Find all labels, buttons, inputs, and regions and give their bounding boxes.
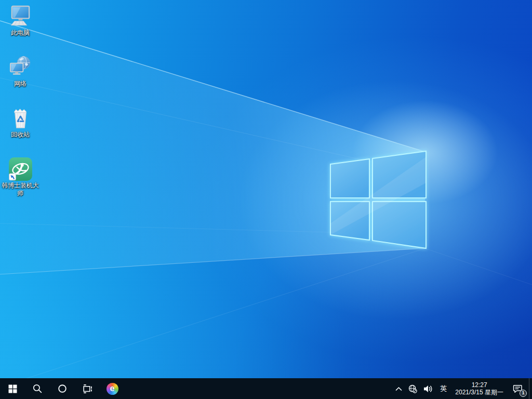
windows-logo-icon — [8, 384, 17, 393]
edge-letter: e — [110, 384, 115, 393]
system-tray: 英 12:27 2021/3/15 星期一 1 — [392, 378, 532, 399]
edge-browser-icon: e — [107, 383, 118, 395]
clock-date: 2021/3/15 星期一 — [455, 389, 503, 396]
clock[interactable]: 12:27 2021/3/15 星期一 — [451, 378, 508, 399]
task-view-button[interactable] — [75, 378, 100, 399]
volume-button[interactable] — [420, 378, 436, 399]
wallpaper-light-rays-and-windows-logo — [0, 0, 532, 399]
icon-label: 此电脑 — [11, 29, 30, 37]
edge-button[interactable]: e — [100, 378, 125, 399]
desktop: 此电脑 — [0, 0, 532, 399]
network-status-button[interactable] — [405, 378, 420, 399]
search-icon — [33, 384, 42, 393]
cortana-button[interactable] — [50, 378, 75, 399]
desktop-icon-this-pc[interactable]: 此电脑 — [1, 4, 40, 55]
recycle-bin-icon — [8, 106, 33, 130]
desktop-icon-recycle-bin[interactable]: 回收站 — [1, 106, 40, 157]
speaker-icon — [423, 385, 433, 393]
show-hidden-icons-button[interactable] — [392, 378, 405, 399]
action-center-button[interactable]: 1 — [508, 378, 529, 399]
start-button[interactable] — [0, 378, 25, 399]
globe-offline-icon — [408, 384, 417, 393]
shortcut-arrow-overlay — [9, 174, 16, 180]
desktop-icon-network[interactable]: 网络 — [1, 55, 40, 106]
icon-label: 韩博士装机大师 — [1, 182, 40, 197]
taskbar: e — [0, 378, 532, 399]
clock-time: 12:27 — [455, 381, 503, 389]
icon-label: 回收站 — [11, 131, 30, 139]
notification-badge: 1 — [520, 390, 527, 397]
desktop-icon-hanboshi-installer[interactable]: 韩博士装机大师 — [1, 157, 40, 197]
this-pc-icon — [8, 4, 33, 29]
icon-label: 网络 — [14, 80, 26, 88]
desktop-icon-list: 此电脑 — [1, 4, 40, 197]
show-desktop-button[interactable] — [529, 378, 532, 399]
cortana-circle-icon — [58, 384, 67, 393]
chevron-up-icon — [395, 387, 402, 391]
hanboshi-app-icon — [8, 157, 33, 181]
task-view-icon — [82, 384, 92, 394]
search-button[interactable] — [25, 378, 50, 399]
language-indicator[interactable]: 英 — [436, 378, 451, 399]
network-icon — [8, 55, 33, 79]
